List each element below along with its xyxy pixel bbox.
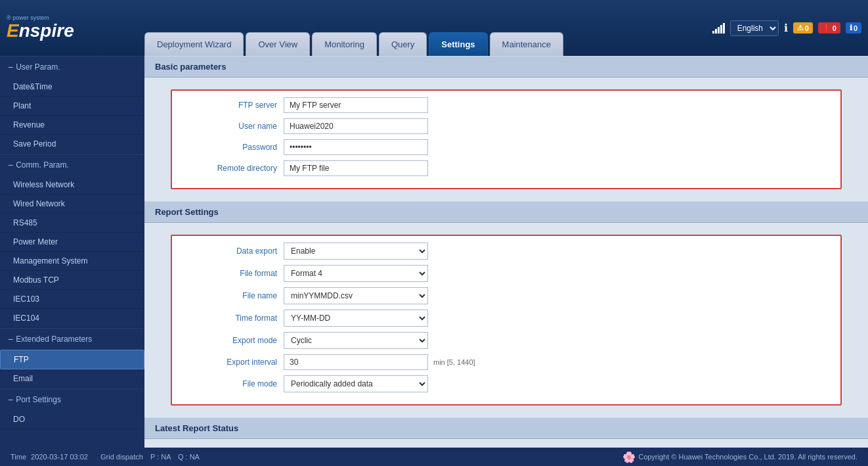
tab-maintenance[interactable]: Maintenance: [490, 32, 563, 56]
sidebar-item-revenue[interactable]: Revenue: [0, 116, 144, 135]
footer-grid-dispatch: Grid dispatch: [100, 453, 143, 461]
file-mode-select[interactable]: Periodically added data Create new file: [284, 375, 428, 392]
sidebar-item-ftp[interactable]: FTP: [0, 350, 144, 369]
footer-left: Time 2020-03-17 03:02 Grid dispatch P : …: [11, 453, 200, 461]
tab-query[interactable]: Query: [379, 32, 427, 56]
latest-report-content: Status Success Last transmission 2000-01…: [144, 439, 868, 448]
sidebar-section-user-param[interactable]: User Param.: [0, 56, 144, 78]
tab-deployment-wizard[interactable]: Deployment Wizard: [144, 32, 244, 56]
basic-parameters-box: FTP server User name Password Remote dir…: [171, 89, 842, 189]
file-format-row: File format Format 1 Format 2 Format 3 F…: [179, 265, 834, 282]
tab-settings[interactable]: Settings: [429, 32, 487, 56]
error-badge: ❗ 0: [818, 22, 840, 34]
sidebar-item-email[interactable]: Email: [0, 369, 144, 388]
info-icon[interactable]: ℹ: [784, 22, 788, 34]
export-mode-select[interactable]: Cyclic Once: [284, 332, 428, 349]
sidebar-item-datetime[interactable]: Date&Time: [0, 78, 144, 97]
export-interval-label: Export interval: [179, 358, 284, 367]
time-format-select[interactable]: YY-MM-DD MM-DD-YY DD-MM-YY: [284, 310, 428, 327]
file-format-select[interactable]: Format 1 Format 2 Format 3 Format 4: [284, 265, 428, 282]
export-interval-input[interactable]: [284, 354, 428, 370]
file-name-row: File name minYYMMDD.csv YYMMDD.csv: [179, 287, 834, 304]
data-export-row: Data export Enable Disable: [179, 243, 834, 260]
footer-p: P : NA: [150, 453, 171, 461]
footer-q: Q : NA: [178, 453, 200, 461]
footer-time-value: 2020-03-17 03:02: [31, 453, 88, 461]
signal-bar-4: [720, 25, 722, 34]
language-select[interactable]: English: [730, 20, 779, 36]
remote-dir-row: Remote directory: [179, 160, 834, 176]
password-row: Password: [179, 139, 834, 155]
sidebar-section-extended-params[interactable]: Extended Parameters: [0, 328, 144, 350]
latest-report-header: Latest Report Status: [144, 417, 868, 439]
content-area: Basic parameters FTP server User name Pa…: [144, 56, 868, 448]
basic-parameters-header: Basic parameters: [144, 56, 868, 78]
huawei-logo-icon: 🌸: [622, 451, 636, 463]
sidebar-item-iec104[interactable]: IEC104: [0, 309, 144, 328]
password-input[interactable]: [284, 139, 428, 155]
sidebar-item-iec103[interactable]: IEC103: [0, 290, 144, 309]
export-interval-row: Export interval min [5, 1440]: [179, 354, 834, 370]
footer-right: 🌸 Copyright © Huawei Technologies Co., L…: [622, 451, 857, 463]
footer-copyright: Copyright © Huawei Technologies Co., Ltd…: [638, 453, 857, 461]
ftp-server-row: FTP server: [179, 97, 834, 113]
ftp-server-label: FTP server: [179, 101, 284, 110]
sidebar-item-management-system[interactable]: Management System: [0, 252, 144, 271]
password-label: Password: [179, 143, 284, 152]
sidebar-content: User Param. Date&Time Plant Revenue Save…: [0, 56, 144, 429]
sidebar-item-do[interactable]: DO: [0, 410, 144, 429]
sidebar-item-modbus-tcp[interactable]: Modbus TCP: [0, 271, 144, 290]
remote-dir-label: Remote directory: [179, 164, 284, 173]
footer: Time 2020-03-17 03:02 Grid dispatch P : …: [0, 448, 868, 466]
remote-dir-input[interactable]: [284, 160, 428, 176]
data-export-select[interactable]: Enable Disable: [284, 243, 428, 260]
logo-area: ® power system Enspire: [0, 14, 144, 41]
warning-badge: ⚠ 0: [793, 22, 813, 34]
sidebar-item-save-period[interactable]: Save Period: [0, 135, 144, 154]
tab-monitoring[interactable]: Monitoring: [312, 32, 377, 56]
export-mode-row: Export mode Cyclic Once: [179, 332, 834, 349]
signal-bar-5: [723, 23, 725, 34]
status-row: Status Success: [158, 444, 855, 448]
username-label: User name: [179, 122, 284, 131]
main-layout: User Param. Date&Time Plant Revenue Save…: [0, 56, 868, 448]
file-name-label: File name: [179, 291, 284, 300]
sidebar-item-rs485[interactable]: RS485: [0, 214, 144, 233]
logo-name: Enspire: [7, 21, 74, 41]
ftp-server-input[interactable]: [284, 97, 428, 113]
info-badge: ℹ 0: [846, 22, 861, 34]
time-format-row: Time format YY-MM-DD MM-DD-YY DD-MM-YY: [179, 310, 834, 327]
sidebar: User Param. Date&Time Plant Revenue Save…: [0, 56, 144, 448]
sidebar-item-wired-network[interactable]: Wired Network: [0, 195, 144, 214]
file-mode-label: File mode: [179, 379, 284, 388]
tab-overview[interactable]: Over View: [246, 32, 310, 56]
username-row: User name: [179, 118, 834, 134]
sidebar-section-comm-param[interactable]: Comm. Param.: [0, 154, 144, 175]
header-right: English ℹ ⚠ 0 ❗ 0 ℹ 0: [712, 20, 868, 36]
file-name-select[interactable]: minYYMMDD.csv YYMMDD.csv: [284, 287, 428, 304]
sidebar-item-power-meter[interactable]: Power Meter: [0, 233, 144, 252]
signal-bar-1: [712, 31, 714, 34]
nav-tabs: Deployment Wizard Over View Monitoring Q…: [144, 0, 712, 56]
sidebar-section-port-settings[interactable]: Port Settings: [0, 388, 144, 410]
username-input[interactable]: [284, 118, 428, 134]
time-format-label: Time format: [179, 314, 284, 323]
signal-bars: [712, 23, 725, 34]
file-mode-row: File mode Periodically added data Create…: [179, 375, 834, 392]
signal-bar-2: [715, 29, 717, 34]
file-format-label: File format: [179, 269, 284, 278]
export-interval-hint: min [5, 1440]: [433, 358, 475, 366]
header: ® power system Enspire Deployment Wizard…: [0, 0, 868, 56]
report-settings-box: Data export Enable Disable File format F…: [171, 235, 842, 406]
export-mode-label: Export mode: [179, 336, 284, 345]
footer-time-label: Time: [11, 453, 26, 461]
sidebar-item-plant[interactable]: Plant: [0, 97, 144, 116]
sidebar-item-wireless-network[interactable]: Wireless Network: [0, 175, 144, 195]
report-settings-header: Report Settings: [144, 201, 868, 223]
data-export-label: Data export: [179, 246, 284, 256]
signal-bar-3: [718, 27, 720, 34]
